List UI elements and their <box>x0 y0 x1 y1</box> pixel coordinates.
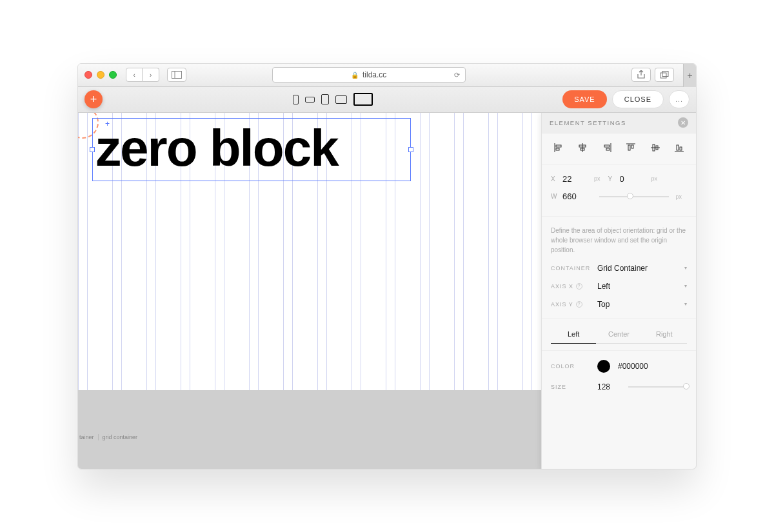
maximize-window-button[interactable] <box>109 71 117 79</box>
svg-rect-15 <box>631 145 633 148</box>
svg-rect-2 <box>660 73 666 78</box>
axis-x-dropdown[interactable]: Left ▾ <box>597 282 687 291</box>
text-align-section: Left Center Right <box>542 319 696 351</box>
y-unit: px <box>651 175 658 182</box>
resize-handle-right[interactable] <box>408 147 413 152</box>
breakpoint-phone-horizontal[interactable] <box>305 97 315 103</box>
footer-label-grid-container: grid container <box>103 434 142 440</box>
align-center-v-icon[interactable] <box>650 143 660 153</box>
panel-close-button[interactable]: ✕ <box>678 117 688 128</box>
axis-y-dropdown[interactable]: Top ▾ <box>597 300 687 309</box>
tabs-button[interactable] <box>655 68 674 82</box>
breakpoint-tablet-horizontal[interactable] <box>335 95 347 104</box>
save-button[interactable]: SAVE <box>562 90 607 108</box>
position-section: X 22 px Y 0 px W 660 px <box>542 165 696 217</box>
more-button[interactable]: ... <box>669 90 690 108</box>
svg-rect-6 <box>556 148 559 150</box>
close-window-button[interactable] <box>84 71 92 79</box>
size-input[interactable]: 128 <box>597 382 623 391</box>
editor-toolbar: + SAVE CLOSE ... <box>78 87 696 113</box>
size-slider[interactable] <box>628 382 687 392</box>
container-dropdown[interactable]: Grid Container ▾ <box>597 264 687 273</box>
breakpoint-switcher <box>293 93 373 106</box>
back-button[interactable]: ‹ <box>126 68 143 82</box>
new-tab-button[interactable]: + <box>683 64 696 87</box>
resize-handle-left[interactable] <box>90 147 95 152</box>
lock-icon: 🔒 <box>351 72 359 79</box>
svg-rect-5 <box>556 145 561 147</box>
settings-panel: ELEMENT SETTINGS ✕ X 22 px Y 0 px <box>541 113 696 469</box>
svg-rect-3 <box>662 72 668 77</box>
breakpoint-tablet[interactable] <box>321 94 329 104</box>
text-align-left-tab[interactable]: Left <box>551 330 596 344</box>
svg-rect-20 <box>677 145 679 150</box>
w-input[interactable]: 660 <box>562 192 591 201</box>
align-left-icon[interactable] <box>553 143 564 153</box>
align-bottom-icon[interactable] <box>674 143 684 153</box>
help-icon[interactable]: ? <box>576 301 582 308</box>
svg-rect-0 <box>172 72 182 79</box>
breakpoint-phone[interactable] <box>293 95 299 104</box>
share-button[interactable] <box>631 68 651 82</box>
selected-element[interactable]: zero block <box>92 118 411 181</box>
y-label: Y <box>608 175 617 182</box>
size-label: SIZE <box>551 384 597 390</box>
align-top-icon[interactable] <box>626 143 636 153</box>
container-label: CONTAINER <box>551 265 597 271</box>
panel-title: ELEMENT SETTINGS <box>550 119 626 126</box>
url-text: tilda.cc <box>362 70 386 79</box>
chevron-down-icon: ▾ <box>684 301 687 307</box>
text-align-center-tab[interactable]: Center <box>596 330 641 344</box>
color-swatch[interactable] <box>597 360 610 373</box>
color-value[interactable]: #000000 <box>618 362 648 371</box>
align-center-h-icon[interactable] <box>577 143 588 153</box>
sidebar-toggle-button[interactable] <box>167 68 186 82</box>
forward-button[interactable]: › <box>143 68 159 82</box>
x-input[interactable]: 22 <box>562 174 591 184</box>
nav-buttons: ‹ › <box>126 68 159 82</box>
minimize-window-button[interactable] <box>97 71 104 79</box>
svg-rect-14 <box>628 145 630 150</box>
window-controls <box>84 71 117 79</box>
address-bar[interactable]: 🔒 tilda.cc ⟳ <box>272 67 466 83</box>
panel-header: ELEMENT SETTINGS ✕ <box>542 113 696 133</box>
x-label: X <box>551 175 560 182</box>
w-label: W <box>551 193 560 200</box>
width-slider[interactable] <box>599 192 669 202</box>
y-input[interactable]: 0 <box>620 174 649 184</box>
workspace: + zero block tainer grid container ELEME… <box>78 113 696 469</box>
w-unit: px <box>675 193 682 200</box>
orientation-section: Define the area of object orientation: g… <box>542 217 696 319</box>
x-unit: px <box>594 175 600 182</box>
svg-rect-12 <box>606 148 610 150</box>
align-right-icon[interactable] <box>602 143 612 153</box>
color-label: COLOR <box>551 363 597 369</box>
axis-x-label: AXIS X? <box>551 283 597 290</box>
svg-rect-11 <box>604 145 610 147</box>
browser-chrome: ‹ › 🔒 tilda.cc ⟳ + <box>78 64 696 87</box>
browser-window: ‹ › 🔒 tilda.cc ⟳ + + <box>77 63 697 469</box>
alignment-row <box>542 133 696 165</box>
breakpoint-desktop[interactable] <box>353 93 373 106</box>
axis-y-label: AXIS Y? <box>551 301 597 308</box>
refresh-icon[interactable]: ⟳ <box>454 71 460 79</box>
color-size-section: COLOR #000000 SIZE 128 <box>542 351 696 399</box>
footer-label-container: tainer <box>79 434 99 440</box>
svg-rect-21 <box>680 147 682 150</box>
add-element-button[interactable]: + <box>84 90 103 108</box>
chevron-down-icon: ▾ <box>684 283 687 289</box>
chevron-down-icon: ▾ <box>684 265 687 271</box>
help-icon[interactable]: ? <box>576 283 582 290</box>
close-button[interactable]: CLOSE <box>612 90 664 108</box>
text-element[interactable]: zero block <box>93 119 410 182</box>
orientation-description: Define the area of object orientation: g… <box>551 226 687 255</box>
text-align-right-tab[interactable]: Right <box>642 330 687 344</box>
